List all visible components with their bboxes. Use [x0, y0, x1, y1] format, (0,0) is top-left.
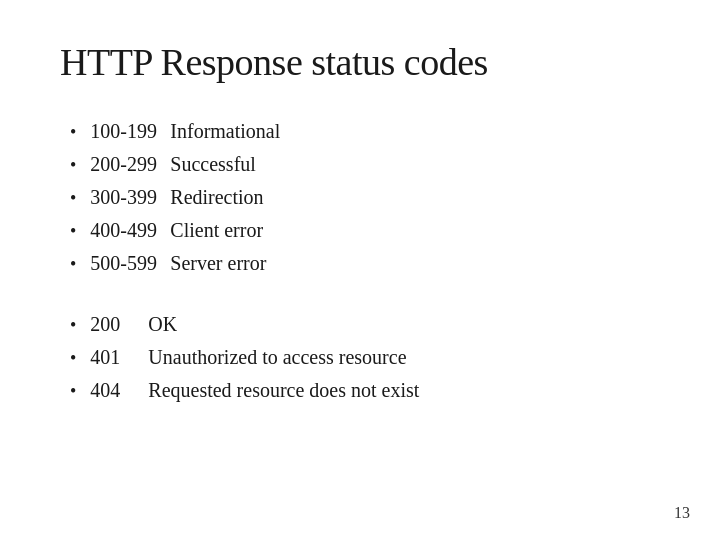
code-range: 300-399 — [90, 186, 162, 209]
bullet-icon: • — [70, 188, 76, 209]
example-description: OK — [148, 313, 177, 336]
bullet-icon: • — [70, 155, 76, 176]
slide: HTTP Response status codes • 100-199 Inf… — [0, 0, 720, 540]
code-range: 400-499 — [90, 219, 162, 242]
range-description: Redirection — [170, 186, 263, 209]
bullet-icon: • — [70, 254, 76, 275]
list-item: • 404 Requested resource does not exist — [60, 379, 660, 402]
list-item: • 200-299 Successful — [60, 153, 660, 176]
status-code: 404 — [90, 379, 140, 402]
range-description: Informational — [170, 120, 280, 143]
list-item: • 200 OK — [60, 313, 660, 336]
bullet-icon: • — [70, 315, 76, 336]
range-description: Successful — [170, 153, 256, 176]
bullet-icon: • — [70, 221, 76, 242]
list-item: • 300-399 Redirection — [60, 186, 660, 209]
code-range: 500-599 — [90, 252, 162, 275]
page-number: 13 — [674, 504, 690, 522]
bullet-icon: • — [70, 381, 76, 402]
examples-section: • 200 OK • 401 Unauthorized to access re… — [60, 313, 660, 412]
bullet-icon: • — [70, 348, 76, 369]
code-range: 200-299 — [90, 153, 162, 176]
status-code: 200 — [90, 313, 140, 336]
list-item: • 401 Unauthorized to access resource — [60, 346, 660, 369]
slide-title: HTTP Response status codes — [60, 40, 660, 84]
list-item: • 400-499 Client error — [60, 219, 660, 242]
ranges-section: • 100-199 Informational • 200-299 Succes… — [60, 120, 660, 285]
status-code: 401 — [90, 346, 140, 369]
bullet-icon: • — [70, 122, 76, 143]
example-description: Unauthorized to access resource — [148, 346, 406, 369]
range-description: Server error — [170, 252, 266, 275]
content-area: • 100-199 Informational • 200-299 Succes… — [60, 120, 660, 440]
code-range: 100-199 — [90, 120, 162, 143]
range-description: Client error — [170, 219, 263, 242]
list-item: • 100-199 Informational — [60, 120, 660, 143]
example-description: Requested resource does not exist — [148, 379, 419, 402]
list-item: • 500-599 Server error — [60, 252, 660, 275]
